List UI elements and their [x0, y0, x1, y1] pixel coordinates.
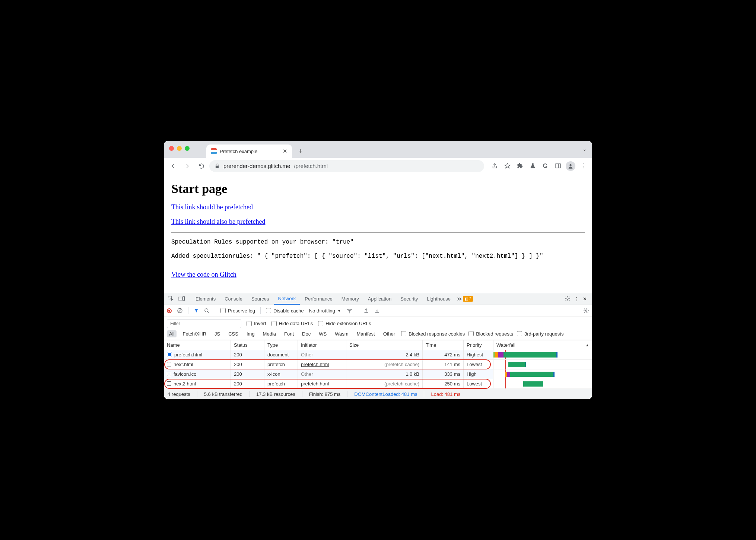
table-row[interactable]: next2.html200prefetchprefetch.html(prefe…: [164, 379, 592, 389]
waterfall-cell: [493, 369, 592, 379]
cell-time: 333 ms: [423, 369, 464, 379]
tab-security[interactable]: Security: [396, 293, 422, 305]
table-row[interactable]: prefetch.html200documentOther2.4 kB472 m…: [164, 350, 592, 360]
tab-memory[interactable]: Memory: [337, 293, 363, 305]
filter-type-doc[interactable]: Doc: [300, 330, 313, 337]
throttling-select[interactable]: No throttling ▼: [309, 308, 341, 314]
bookmark-icon[interactable]: [501, 160, 513, 172]
cell-initiator[interactable]: prefetch.html: [298, 360, 346, 369]
inspect-icon[interactable]: [166, 296, 176, 302]
cell-initiator[interactable]: prefetch.html: [298, 379, 346, 388]
minimize-window-button[interactable]: [177, 146, 182, 151]
filter-type-manifest[interactable]: Manifest: [354, 330, 377, 337]
tab-elements[interactable]: Elements: [191, 293, 220, 305]
cell-time: 141 ms: [423, 360, 464, 369]
menu-button[interactable]: ⋮: [577, 160, 589, 172]
record-button[interactable]: [167, 308, 172, 313]
network-settings-icon[interactable]: [583, 308, 589, 314]
col-name[interactable]: Name: [164, 340, 231, 350]
filter-type-wasm[interactable]: Wasm: [333, 330, 350, 337]
svg-point-9: [205, 309, 208, 312]
settings-icon[interactable]: [565, 296, 571, 302]
filter-type-font[interactable]: Font: [282, 330, 296, 337]
table-row[interactable]: next.html200prefetchprefetch.html(prefet…: [164, 360, 592, 369]
forward-button[interactable]: [181, 160, 194, 172]
blocked-requests-checkbox[interactable]: Blocked requests: [468, 331, 513, 337]
prefetch-link-2[interactable]: This link should also be prefetched: [171, 218, 265, 225]
col-waterfall[interactable]: Waterfall▲: [493, 340, 592, 350]
filter-type-ws[interactable]: WS: [317, 330, 329, 337]
new-tab-button[interactable]: +: [295, 146, 306, 157]
reload-button[interactable]: [195, 160, 208, 172]
cell-initiator[interactable]: Other: [298, 350, 346, 359]
disable-cache-checkbox[interactable]: Disable cache: [266, 308, 304, 314]
invert-checkbox[interactable]: Invert: [247, 321, 266, 326]
col-initiator[interactable]: Initiator: [298, 340, 346, 350]
page-heading: Start page: [171, 182, 585, 196]
close-devtools-button[interactable]: ✕: [583, 296, 587, 302]
svg-rect-5: [183, 296, 185, 301]
filter-type-fetch[interactable]: Fetch/XHR: [180, 330, 209, 337]
col-priority[interactable]: Priority: [464, 340, 493, 350]
filter-type-css[interactable]: CSS: [226, 330, 241, 337]
device-icon[interactable]: [177, 296, 186, 302]
tab-console[interactable]: Console: [220, 293, 247, 305]
tab-application[interactable]: Application: [364, 293, 396, 305]
labs-icon[interactable]: [527, 160, 539, 172]
sidepanel-icon[interactable]: [552, 160, 564, 172]
filter-icon[interactable]: [194, 308, 199, 313]
extensions-icon[interactable]: [514, 160, 526, 172]
tab-title: Prefetch example: [220, 149, 257, 154]
issues-badge[interactable]: ◧ 2: [463, 296, 473, 302]
tab-sources[interactable]: Sources: [247, 293, 273, 305]
cell-type: document: [264, 350, 298, 359]
thirdparty-checkbox[interactable]: 3rd-party requests: [517, 331, 564, 337]
tab-network[interactable]: Network: [274, 293, 300, 305]
close-window-button[interactable]: [169, 146, 174, 151]
browser-tab[interactable]: Prefetch example ✕: [206, 144, 292, 158]
kebab-icon[interactable]: ⋮: [574, 296, 579, 302]
close-tab-button[interactable]: ✕: [283, 148, 288, 155]
more-tabs-icon[interactable]: ≫: [457, 296, 462, 302]
maximize-window-button[interactable]: [185, 146, 190, 151]
filter-type-other[interactable]: Other: [381, 330, 398, 337]
url-path: /prefetch.html: [294, 163, 328, 169]
table-row[interactable]: favicon.ico200x-iconOther1.0 kB333 msHig…: [164, 369, 592, 379]
blocked-cookies-checkbox[interactable]: Blocked response cookies: [401, 331, 465, 337]
hide-extension-urls-checkbox[interactable]: Hide extension URLs: [318, 321, 371, 326]
table-header: Name Status Type Initiator Size Time Pri…: [164, 340, 592, 350]
address-bar[interactable]: prerender-demos.glitch.me/prefetch.html: [209, 160, 484, 172]
upload-icon[interactable]: [363, 308, 369, 314]
preserve-log-checkbox[interactable]: Preserve log: [220, 308, 255, 314]
url-host: prerender-demos.glitch.me: [223, 163, 290, 169]
filter-input[interactable]: [167, 319, 241, 328]
profile-button[interactable]: [565, 160, 576, 172]
cell-size: 2.4 kB: [346, 350, 423, 359]
clear-button[interactable]: [177, 308, 183, 314]
search-icon[interactable]: [204, 308, 210, 314]
tabs-dropdown-icon[interactable]: ⌄: [582, 146, 587, 152]
download-icon[interactable]: [374, 308, 380, 314]
cell-name: prefetch.html: [164, 350, 231, 359]
glitch-link[interactable]: View the code on Glitch: [171, 271, 236, 278]
share-icon[interactable]: [489, 160, 501, 172]
filter-type-all[interactable]: All: [167, 330, 177, 337]
col-type[interactable]: Type: [264, 340, 298, 350]
filter-type-js[interactable]: JS: [212, 330, 222, 337]
filter-type-media[interactable]: Media: [261, 330, 278, 337]
tab-performance[interactable]: Performance: [301, 293, 336, 305]
google-icon[interactable]: G: [539, 160, 551, 172]
prefetch-link-1[interactable]: This link should be prefetched: [171, 203, 253, 211]
hide-data-urls-checkbox[interactable]: Hide data URLs: [271, 321, 313, 326]
divider: [171, 266, 585, 266]
back-button[interactable]: [167, 160, 180, 172]
col-time[interactable]: Time: [423, 340, 464, 350]
network-conditions-icon[interactable]: [346, 308, 353, 314]
filter-type-img[interactable]: Img: [244, 330, 257, 337]
cell-type: x-icon: [264, 369, 298, 379]
cell-initiator[interactable]: Other: [298, 369, 346, 379]
col-status[interactable]: Status: [231, 340, 264, 350]
col-size[interactable]: Size: [346, 340, 423, 350]
svg-line-10: [207, 311, 209, 313]
tab-lighthouse[interactable]: Lighthouse: [423, 293, 455, 305]
